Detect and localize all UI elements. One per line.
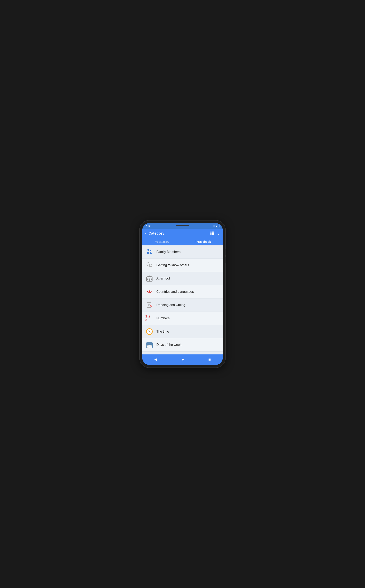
svg-point-33 — [147, 347, 148, 348]
bottom-nav: ◀ ● ■ — [142, 354, 223, 365]
signal-icon: ▲ — [215, 225, 218, 227]
numbers-label: Numbers — [156, 316, 170, 320]
list-item-reading-writing[interactable]: Reading and writing — [142, 299, 223, 312]
svg-point-32 — [151, 345, 152, 346]
svg-point-30 — [148, 345, 149, 346]
list-item-the-time[interactable]: The time — [142, 325, 223, 338]
getting-to-know-label: Getting to know others — [156, 263, 189, 267]
tab-vocabulary[interactable]: Vocabulary — [142, 238, 182, 245]
countries-languages-icon — [145, 288, 154, 296]
category-list: Family Members — [142, 245, 223, 354]
numbers-icon: 1 2 3 — [145, 314, 154, 322]
app-screen: 7:12 ℿ ▲ ▮ ‹ Category — [142, 223, 223, 365]
svg-rect-26 — [146, 344, 153, 345]
reading-writing-label: Reading and writing — [156, 303, 185, 307]
svg-rect-15 — [149, 280, 150, 281]
status-time: 7:12 — [145, 224, 150, 228]
volume-button-1 — [225, 249, 226, 255]
tab-phrasebook[interactable]: Phrasebook — [182, 238, 223, 245]
list-item-family-members[interactable]: Family Members — [142, 245, 223, 259]
family-members-icon — [145, 248, 154, 256]
nav-recent-button[interactable]: ■ — [208, 357, 211, 362]
the-time-icon — [145, 328, 154, 336]
svg-rect-9 — [147, 278, 148, 279]
svg-point-31 — [150, 345, 150, 346]
nav-home-button[interactable]: ● — [182, 357, 184, 362]
battery-icon: ▮ — [218, 225, 220, 227]
nav-back-button[interactable]: ◀ — [154, 357, 157, 362]
countries-languages-label: Countries and Languages — [156, 290, 194, 294]
svg-point-6 — [150, 265, 150, 266]
app-bar-right: ⇧ — [211, 231, 220, 236]
list-item-countries-languages[interactable]: Countries and Languages — [142, 285, 223, 299]
app-bar-title: Category — [148, 231, 164, 236]
reading-writing-icon — [145, 301, 154, 309]
phone-device: 7:12 ℿ ▲ ▮ ‹ Category — [140, 221, 225, 367]
list-item-at-school[interactable]: At school — [142, 272, 223, 285]
svg-point-34 — [148, 347, 149, 348]
svg-point-3 — [147, 264, 148, 264]
svg-point-29 — [147, 345, 148, 346]
grid-icon[interactable] — [211, 231, 214, 235]
list-item-getting-to-know[interactable]: Getting to know others — [142, 259, 223, 272]
svg-point-35 — [150, 347, 150, 348]
svg-point-4 — [149, 264, 149, 264]
svg-point-2 — [147, 263, 150, 266]
svg-point-17 — [149, 291, 150, 291]
volume-button-2 — [225, 257, 226, 263]
svg-rect-12 — [147, 279, 148, 280]
tabs-bar: Vocabulary Phrasebook — [142, 238, 223, 245]
at-school-label: At school — [156, 277, 170, 280]
getting-to-know-icon — [145, 261, 154, 269]
at-school-icon — [145, 274, 154, 283]
list-item-numbers[interactable]: 1 2 3 Numbers — [142, 312, 223, 325]
share-icon[interactable]: ⇧ — [217, 231, 220, 236]
svg-point-0 — [147, 249, 149, 251]
svg-rect-10 — [149, 278, 150, 279]
svg-point-7 — [151, 265, 151, 266]
wifi-icon: ℿ — [213, 225, 215, 227]
list-item-months[interactable]: 9 Months — [142, 352, 223, 354]
app-bar-left: ‹ Category — [145, 231, 164, 236]
family-members-label: Family Members — [156, 250, 181, 254]
svg-rect-13 — [149, 279, 150, 280]
phone-screen: 7:12 ℿ ▲ ▮ ‹ Category — [142, 223, 223, 365]
days-of-week-label: Days of the week — [156, 343, 182, 347]
svg-rect-18 — [147, 303, 151, 308]
status-icons: ℿ ▲ ▮ — [213, 225, 220, 227]
svg-rect-11 — [151, 278, 152, 279]
svg-rect-14 — [151, 279, 152, 280]
app-bar: ‹ Category ⇧ — [142, 229, 223, 238]
days-of-week-icon — [145, 341, 154, 349]
phone-speaker — [176, 225, 189, 226]
svg-point-1 — [150, 250, 151, 251]
back-button[interactable]: ‹ — [145, 231, 146, 236]
list-item-days-of-week[interactable]: Days of the week — [142, 338, 223, 352]
the-time-label: The time — [156, 330, 169, 333]
